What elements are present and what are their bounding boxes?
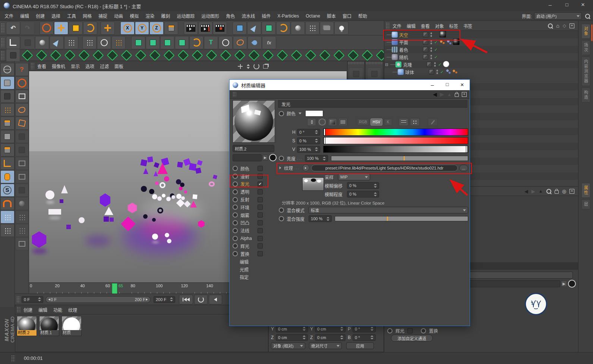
grip-icon[interactable] (1, 51, 4, 60)
channel-row[interactable]: 颜色 (233, 165, 277, 172)
end-frame-field[interactable]: 200 F (154, 296, 175, 303)
add-icon[interactable]: + (570, 23, 574, 28)
menubar-item[interactable]: 模拟 (130, 13, 139, 19)
menubar-item[interactable]: 创建 (36, 13, 45, 19)
mograph-effector-button[interactable] (290, 50, 303, 60)
lock-z-button[interactable]: Z (149, 22, 164, 35)
mograph-fracture-button[interactable] (6, 49, 20, 62)
recycle-mesh-tool[interactable] (160, 36, 174, 49)
h-field[interactable]: 0 ° (297, 129, 320, 136)
object-manager-menu-item[interactable]: 编辑 (407, 23, 416, 29)
points-mode-button[interactable] (0, 117, 15, 130)
coord-field[interactable]: 0 cm (315, 326, 346, 332)
glow-checkbox[interactable] (407, 328, 413, 333)
apply-button[interactable]: 应用 (346, 342, 374, 349)
nav-up-icon[interactable]: ▲ (447, 92, 452, 97)
lasso-selection-button[interactable] (15, 103, 29, 116)
render-picture-viewer-button[interactable] (198, 22, 212, 35)
visibility-dots[interactable] (430, 32, 432, 37)
mograph-effector-button[interactable] (275, 50, 289, 60)
help-button[interactable]: ? (15, 63, 29, 76)
dock-tab[interactable]: 构造 (581, 88, 590, 102)
shader-stack-field[interactable] (233, 154, 262, 161)
target-icon[interactable]: ◎ (562, 189, 566, 194)
mograph-effector-button[interactable] (20, 50, 34, 60)
object-row[interactable]: 着色 ✓ (384, 46, 578, 53)
compact-mode-icon[interactable] (307, 118, 316, 126)
palette-axis-icon[interactable] (367, 67, 381, 80)
mograph-effector-button[interactable] (332, 50, 346, 60)
add-array-button[interactable] (305, 22, 319, 35)
path-icon[interactable]: ◇ (563, 23, 566, 28)
menubar-item[interactable]: 运动图形 (201, 13, 219, 19)
material-thumbnail[interactable]: 材质 (61, 316, 82, 336)
h-gradient[interactable] (323, 129, 468, 136)
mograph-effector-button[interactable] (304, 50, 318, 60)
workplane-mode-button[interactable] (0, 103, 15, 116)
channel-checkbox[interactable] (258, 189, 263, 194)
eyedropper-icon[interactable] (428, 118, 438, 126)
sampling-dropdown[interactable]: MIP (338, 174, 370, 180)
channel-row[interactable]: 反射 (233, 196, 277, 203)
channel-checkbox[interactable] (258, 251, 263, 256)
search-icon[interactable] (585, 14, 590, 19)
cube-gray-button[interactable] (15, 184, 29, 197)
channel-radio[interactable] (233, 189, 238, 194)
visibility-dots[interactable] (430, 47, 432, 52)
object-manager-menu-item[interactable]: 对象 (435, 23, 444, 29)
spline-pen-tool[interactable] (50, 36, 64, 49)
k-mode-button[interactable]: K (384, 118, 392, 126)
mograph-effector-button[interactable] (233, 50, 247, 60)
grip-icon[interactable] (17, 307, 20, 313)
channel-row[interactable]: 辉光 (233, 242, 277, 250)
section-label[interactable]: 光照 (233, 266, 277, 273)
home-icon[interactable]: ⌂ (556, 23, 559, 29)
material-preview[interactable] (233, 100, 275, 143)
tex-white-tag-icon[interactable] (443, 61, 449, 67)
maximize-button[interactable]: □ (561, 2, 573, 7)
brush-tool[interactable] (64, 36, 78, 49)
spline-arc-tool[interactable] (189, 36, 204, 49)
coord-field[interactable]: 0 cm (276, 334, 308, 341)
menubar-item[interactable]: 编辑 (20, 13, 29, 19)
menubar-item[interactable]: 角色 (226, 13, 235, 19)
texture-mode-button[interactable] (0, 90, 15, 103)
viewport-menu-item[interactable]: 过滤 (100, 63, 109, 69)
channel-radio[interactable] (233, 228, 238, 233)
dock-tab[interactable]: 属性 (581, 183, 590, 198)
grip-icon[interactable] (31, 63, 34, 69)
add-camera-button[interactable] (320, 22, 334, 35)
hook-tool[interactable] (233, 36, 247, 49)
brightness-slider-tick[interactable] (404, 156, 405, 161)
mograph-effector-button[interactable] (35, 50, 48, 60)
render-view-button[interactable] (184, 22, 198, 35)
mixer-icon[interactable] (399, 118, 409, 126)
rotate-workplane-button[interactable] (0, 224, 15, 237)
paint-tool[interactable] (247, 36, 262, 49)
channel-radio[interactable] (233, 251, 238, 256)
coord-system-button[interactable] (164, 22, 178, 35)
range-right-icon[interactable] (146, 298, 148, 301)
mograph-effector-button[interactable] (190, 50, 204, 60)
material-thumbnail[interactable]: 材质.1 (39, 316, 59, 336)
poly-cube-tool[interactable] (131, 36, 145, 49)
live-selection-button[interactable] (15, 76, 29, 89)
minimize-button[interactable]: – (545, 1, 556, 8)
menubar-item[interactable]: 选择 (51, 13, 60, 19)
hierarchy-tool[interactable] (6, 36, 20, 49)
add-icon[interactable]: + (462, 92, 467, 97)
menubar-item[interactable]: 文件 (4, 13, 13, 19)
mograph-effector-button[interactable] (318, 50, 332, 60)
material-thumbnail[interactable]: 材质.2 (17, 316, 37, 336)
channel-radio[interactable] (233, 236, 238, 241)
palette-cube-icon[interactable] (349, 67, 363, 80)
channel-checkbox[interactable] (258, 243, 263, 249)
dock-tab[interactable]: 内容浏览器 (581, 57, 590, 86)
polygon-selection-button[interactable] (15, 117, 29, 130)
grip-icon[interactable] (1, 38, 4, 47)
expander-icon[interactable]: ⊟ (385, 63, 388, 67)
step-back-button[interactable] (209, 295, 222, 304)
channel-radio[interactable] (233, 174, 238, 179)
channel-radio[interactable] (233, 212, 238, 218)
scale-tool[interactable] (69, 22, 83, 35)
